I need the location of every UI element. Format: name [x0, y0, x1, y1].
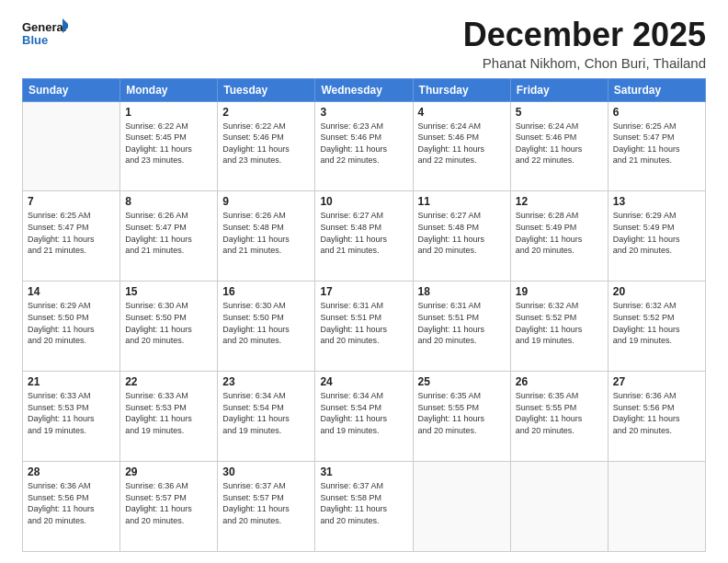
- day-cell-3: 3Sunrise: 6:23 AM Sunset: 5:46 PM Daylig…: [315, 101, 413, 191]
- day-info-25: Sunrise: 6:35 AM Sunset: 5:55 PM Dayligh…: [418, 390, 506, 436]
- day-info-6: Sunrise: 6:25 AM Sunset: 5:47 PM Dayligh…: [613, 121, 700, 167]
- weekday-header-friday: Friday: [510, 78, 608, 101]
- day-info-2: Sunrise: 6:22 AM Sunset: 5:46 PM Dayligh…: [222, 121, 310, 167]
- day-cell-4: 4Sunrise: 6:24 AM Sunset: 5:46 PM Daylig…: [413, 101, 510, 191]
- day-cell-20: 20Sunrise: 6:32 AM Sunset: 5:52 PM Dayli…: [608, 282, 705, 372]
- day-info-17: Sunrise: 6:31 AM Sunset: 5:51 PM Dayligh…: [320, 300, 407, 346]
- day-info-27: Sunrise: 6:36 AM Sunset: 5:56 PM Dayligh…: [613, 390, 700, 436]
- week-row-1: 1Sunrise: 6:22 AM Sunset: 5:45 PM Daylig…: [23, 101, 706, 191]
- day-number-31: 31: [320, 465, 407, 478]
- weekday-header-saturday: Saturday: [608, 78, 705, 101]
- day-cell-19: 19Sunrise: 6:32 AM Sunset: 5:52 PM Dayli…: [510, 282, 608, 372]
- day-cell-27: 27Sunrise: 6:36 AM Sunset: 5:56 PM Dayli…: [608, 372, 705, 462]
- day-number-1: 1: [125, 106, 212, 119]
- day-info-7: Sunrise: 6:25 AM Sunset: 5:47 PM Dayligh…: [28, 210, 115, 256]
- day-number-10: 10: [320, 195, 407, 208]
- day-cell-18: 18Sunrise: 6:31 AM Sunset: 5:51 PM Dayli…: [413, 282, 510, 372]
- day-info-1: Sunrise: 6:22 AM Sunset: 5:45 PM Dayligh…: [125, 121, 212, 167]
- week-row-2: 7Sunrise: 6:25 AM Sunset: 5:47 PM Daylig…: [23, 191, 706, 282]
- day-number-6: 6: [613, 106, 700, 119]
- day-cell-6: 6Sunrise: 6:25 AM Sunset: 5:47 PM Daylig…: [608, 101, 705, 191]
- day-number-4: 4: [418, 106, 506, 119]
- day-info-9: Sunrise: 6:26 AM Sunset: 5:48 PM Dayligh…: [222, 210, 310, 256]
- header: General Blue December 2025 Phanat Nikhom…: [22, 17, 706, 71]
- day-number-18: 18: [418, 285, 506, 298]
- weekday-header-thursday: Thursday: [413, 78, 510, 101]
- day-cell-24: 24Sunrise: 6:34 AM Sunset: 5:54 PM Dayli…: [315, 372, 413, 462]
- day-cell-1: 1Sunrise: 6:22 AM Sunset: 5:45 PM Daylig…: [120, 101, 218, 191]
- day-number-25: 25: [418, 375, 506, 388]
- title-block: December 2025 Phanat Nikhom, Chon Buri, …: [463, 17, 706, 71]
- day-number-17: 17: [320, 285, 407, 298]
- day-number-26: 26: [516, 375, 603, 388]
- day-cell-28: 28Sunrise: 6:36 AM Sunset: 5:56 PM Dayli…: [23, 462, 120, 552]
- day-number-21: 21: [28, 375, 115, 388]
- day-cell-7: 7Sunrise: 6:25 AM Sunset: 5:47 PM Daylig…: [23, 191, 120, 282]
- day-cell-23: 23Sunrise: 6:34 AM Sunset: 5:54 PM Dayli…: [218, 372, 315, 462]
- week-row-5: 28Sunrise: 6:36 AM Sunset: 5:56 PM Dayli…: [23, 462, 706, 552]
- empty-cell: [23, 101, 120, 191]
- day-cell-14: 14Sunrise: 6:29 AM Sunset: 5:50 PM Dayli…: [23, 282, 120, 372]
- day-info-30: Sunrise: 6:37 AM Sunset: 5:57 PM Dayligh…: [222, 480, 310, 526]
- day-info-26: Sunrise: 6:35 AM Sunset: 5:55 PM Dayligh…: [516, 390, 603, 436]
- svg-text:General: General: [22, 20, 66, 34]
- day-info-15: Sunrise: 6:30 AM Sunset: 5:50 PM Dayligh…: [125, 300, 212, 346]
- day-info-29: Sunrise: 6:36 AM Sunset: 5:57 PM Dayligh…: [125, 480, 212, 526]
- day-cell-2: 2Sunrise: 6:22 AM Sunset: 5:46 PM Daylig…: [218, 101, 315, 191]
- weekday-header-tuesday: Tuesday: [218, 78, 315, 101]
- day-cell-31: 31Sunrise: 6:37 AM Sunset: 5:58 PM Dayli…: [315, 462, 413, 552]
- day-cell-11: 11Sunrise: 6:27 AM Sunset: 5:48 PM Dayli…: [413, 191, 510, 282]
- day-cell-15: 15Sunrise: 6:30 AM Sunset: 5:50 PM Dayli…: [120, 282, 218, 372]
- day-number-23: 23: [222, 375, 310, 388]
- day-cell-17: 17Sunrise: 6:31 AM Sunset: 5:51 PM Dayli…: [315, 282, 413, 372]
- day-info-4: Sunrise: 6:24 AM Sunset: 5:46 PM Dayligh…: [418, 121, 506, 167]
- day-number-22: 22: [125, 375, 212, 388]
- calendar-table: SundayMondayTuesdayWednesdayThursdayFrid…: [22, 78, 706, 552]
- day-number-30: 30: [222, 465, 310, 478]
- day-cell-12: 12Sunrise: 6:28 AM Sunset: 5:49 PM Dayli…: [510, 191, 608, 282]
- day-number-13: 13: [613, 195, 700, 208]
- day-number-5: 5: [516, 106, 603, 119]
- weekday-header-wednesday: Wednesday: [315, 78, 413, 101]
- day-number-11: 11: [418, 195, 506, 208]
- day-info-23: Sunrise: 6:34 AM Sunset: 5:54 PM Dayligh…: [222, 390, 310, 436]
- day-info-14: Sunrise: 6:29 AM Sunset: 5:50 PM Dayligh…: [28, 300, 115, 346]
- day-number-28: 28: [28, 465, 115, 478]
- week-row-4: 21Sunrise: 6:33 AM Sunset: 5:53 PM Dayli…: [23, 372, 706, 462]
- day-cell-29: 29Sunrise: 6:36 AM Sunset: 5:57 PM Dayli…: [120, 462, 218, 552]
- day-info-24: Sunrise: 6:34 AM Sunset: 5:54 PM Dayligh…: [320, 390, 407, 436]
- day-number-19: 19: [516, 285, 603, 298]
- day-number-16: 16: [222, 285, 310, 298]
- day-info-11: Sunrise: 6:27 AM Sunset: 5:48 PM Dayligh…: [418, 210, 506, 256]
- day-number-27: 27: [613, 375, 700, 388]
- day-info-20: Sunrise: 6:32 AM Sunset: 5:52 PM Dayligh…: [613, 300, 700, 346]
- day-info-5: Sunrise: 6:24 AM Sunset: 5:46 PM Dayligh…: [516, 121, 603, 167]
- day-number-24: 24: [320, 375, 407, 388]
- day-cell-9: 9Sunrise: 6:26 AM Sunset: 5:48 PM Daylig…: [218, 191, 315, 282]
- day-number-7: 7: [28, 195, 115, 208]
- day-number-9: 9: [222, 195, 310, 208]
- weekday-header-monday: Monday: [120, 78, 218, 101]
- day-info-18: Sunrise: 6:31 AM Sunset: 5:51 PM Dayligh…: [418, 300, 506, 346]
- day-cell-8: 8Sunrise: 6:26 AM Sunset: 5:47 PM Daylig…: [120, 191, 218, 282]
- day-info-3: Sunrise: 6:23 AM Sunset: 5:46 PM Dayligh…: [320, 121, 407, 167]
- day-info-8: Sunrise: 6:26 AM Sunset: 5:47 PM Dayligh…: [125, 210, 212, 256]
- day-info-31: Sunrise: 6:37 AM Sunset: 5:58 PM Dayligh…: [320, 480, 407, 526]
- day-cell-16: 16Sunrise: 6:30 AM Sunset: 5:50 PM Dayli…: [218, 282, 315, 372]
- day-number-20: 20: [613, 285, 700, 298]
- logo-svg: General Blue: [22, 17, 68, 53]
- day-cell-10: 10Sunrise: 6:27 AM Sunset: 5:48 PM Dayli…: [315, 191, 413, 282]
- day-number-12: 12: [516, 195, 603, 208]
- day-info-22: Sunrise: 6:33 AM Sunset: 5:53 PM Dayligh…: [125, 390, 212, 436]
- day-info-10: Sunrise: 6:27 AM Sunset: 5:48 PM Dayligh…: [320, 210, 407, 256]
- weekday-header-row: SundayMondayTuesdayWednesdayThursdayFrid…: [23, 78, 706, 101]
- day-info-16: Sunrise: 6:30 AM Sunset: 5:50 PM Dayligh…: [222, 300, 310, 346]
- day-number-8: 8: [125, 195, 212, 208]
- day-cell-13: 13Sunrise: 6:29 AM Sunset: 5:49 PM Dayli…: [608, 191, 705, 282]
- page: General Blue December 2025 Phanat Nikhom…: [0, 0, 728, 563]
- day-info-12: Sunrise: 6:28 AM Sunset: 5:49 PM Dayligh…: [516, 210, 603, 256]
- logo: General Blue: [22, 17, 68, 53]
- week-row-3: 14Sunrise: 6:29 AM Sunset: 5:50 PM Dayli…: [23, 282, 706, 372]
- day-info-19: Sunrise: 6:32 AM Sunset: 5:52 PM Dayligh…: [516, 300, 603, 346]
- day-cell-26: 26Sunrise: 6:35 AM Sunset: 5:55 PM Dayli…: [510, 372, 608, 462]
